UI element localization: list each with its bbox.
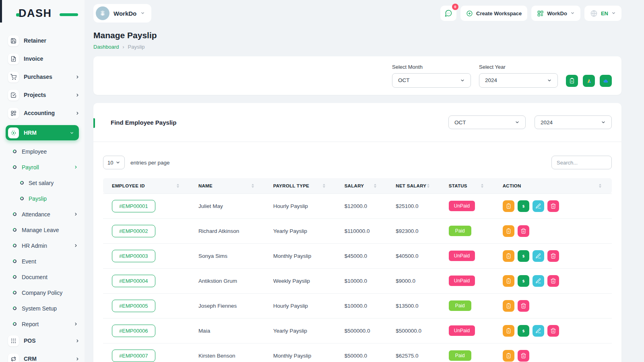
sidebar-item-attendance[interactable]: Attendance xyxy=(13,209,78,219)
sidebar-item-manage-leave[interactable]: Manage Leave xyxy=(13,225,78,235)
employee-id-badge[interactable]: #EMP00001 xyxy=(112,200,155,212)
search-input[interactable] xyxy=(551,156,612,169)
create-workspace-button[interactable]: Create Workspace xyxy=(460,6,527,21)
edit-button[interactable] xyxy=(533,275,544,287)
sort-icon[interactable] xyxy=(599,184,601,188)
sidebar-item-report[interactable]: Report xyxy=(13,319,78,329)
edit-button[interactable] xyxy=(533,200,544,212)
payslip-button[interactable]: $ xyxy=(503,300,514,312)
chevron-down-icon xyxy=(547,78,552,83)
employee-id-badge[interactable]: #EMP00006 xyxy=(112,325,155,337)
sidebar-item-set-salary[interactable]: Set salary xyxy=(20,178,78,188)
payslip-button[interactable]: $ xyxy=(503,325,514,337)
sort-icon[interactable] xyxy=(177,184,179,188)
pay-button[interactable]: $ xyxy=(518,275,529,287)
sidebar-item-employee[interactable]: Employee xyxy=(13,146,78,156)
sidebar-item-event[interactable]: Event xyxy=(13,256,78,266)
sort-icon[interactable] xyxy=(481,184,483,188)
sidebar-item-purchases[interactable]: Purchases xyxy=(8,71,80,83)
payslip-button[interactable]: $ xyxy=(503,250,514,262)
edit-button[interactable] xyxy=(533,250,544,262)
bullet-icon xyxy=(12,243,17,248)
topbar-actions: 0 Create Workspace WorkDo EN xyxy=(440,6,621,21)
column-header-employee-id[interactable]: EMPLOYEE ID xyxy=(103,178,190,193)
sidebar-item-hrm[interactable]: HRM xyxy=(6,125,79,140)
employee-id-badge[interactable]: #EMP00005 xyxy=(112,300,155,312)
column-header-status[interactable]: STATUS xyxy=(440,178,494,193)
column-header-payroll-type[interactable]: PAYROLL TYPE xyxy=(264,178,336,193)
breadcrumb-dashboard-link[interactable]: Dashboard xyxy=(93,44,119,50)
language-dropdown[interactable]: EN xyxy=(584,6,621,21)
sidebar-item-crm[interactable]: CRM xyxy=(8,353,80,362)
column-header-name[interactable]: NAME xyxy=(190,178,264,193)
sidebar-item-invoice[interactable]: Invoice xyxy=(8,53,80,65)
sidebar-item-retainer[interactable]: Retainer xyxy=(8,35,80,47)
find-month-select[interactable]: OCT xyxy=(448,115,526,129)
payslip-button[interactable]: $ xyxy=(503,225,514,237)
payslip-button[interactable]: $ xyxy=(503,350,514,362)
sort-icon[interactable] xyxy=(374,184,376,188)
column-header-salary[interactable]: SALARY xyxy=(336,178,387,193)
workdo-dropdown[interactable]: WorkDo xyxy=(531,6,580,21)
projects-icon xyxy=(8,90,19,101)
bullet-icon xyxy=(12,290,17,295)
dash-logo[interactable]: DASH xyxy=(19,7,67,25)
window-edge-strip xyxy=(0,0,2,23)
sort-icon[interactable] xyxy=(323,184,325,188)
pay-button[interactable]: $ xyxy=(518,200,529,212)
trash-icon xyxy=(550,278,556,284)
sidebar-item-payroll[interactable]: Payroll xyxy=(13,162,78,172)
sort-icon[interactable] xyxy=(427,184,429,188)
delete-button[interactable] xyxy=(547,200,559,212)
bulk-payment-button[interactable]: $ xyxy=(566,75,578,87)
pay-button[interactable]: $ xyxy=(518,325,529,337)
sidebar-item-system-setup[interactable]: System Setup xyxy=(13,303,78,313)
employee-id-badge[interactable]: #EMP00002 xyxy=(112,225,155,237)
table-header: EMPLOYEE IDNAMEPAYROLL TYPESALARYNET SAL… xyxy=(103,178,612,193)
month-select[interactable]: OCT xyxy=(392,73,471,88)
row-actions: $ xyxy=(503,225,609,237)
sidebar-item-company-policy[interactable]: Company Policy xyxy=(13,288,78,298)
employee-name: Joseph Fiennes xyxy=(190,293,264,318)
google-drive-export-button[interactable] xyxy=(583,75,595,87)
delete-button[interactable] xyxy=(518,300,529,312)
workspace-switcher[interactable]: WorkDo xyxy=(93,4,151,23)
employee-id-badge[interactable]: #EMP00003 xyxy=(112,250,155,262)
page-size-select[interactable]: 10 xyxy=(103,156,125,169)
create-workspace-label: Create Workspace xyxy=(476,10,522,16)
sort-icon[interactable] xyxy=(252,184,254,188)
sidebar-item-hr-admin[interactable]: HR Admin xyxy=(13,241,78,251)
payroll-type: Monthly Payslip xyxy=(264,243,336,268)
sidebar-item-accounting[interactable]: Accounting xyxy=(8,107,80,119)
plus-circle-icon xyxy=(466,10,473,17)
payslip-button[interactable]: $ xyxy=(503,275,514,287)
bullet-icon xyxy=(12,165,17,170)
sidebar-item-projects[interactable]: Projects xyxy=(8,89,80,101)
svg-text:$: $ xyxy=(508,305,509,307)
chevron-right-icon xyxy=(75,75,80,79)
delete-button[interactable] xyxy=(518,350,529,362)
column-header-action[interactable]: ACTION xyxy=(494,178,612,193)
employee-id-badge[interactable]: #EMP00007 xyxy=(112,350,155,362)
edit-button[interactable] xyxy=(533,325,544,337)
salary: $10000.0 xyxy=(336,268,387,293)
payslip-button[interactable]: $ xyxy=(503,200,514,212)
table-row: #EMP00003Sonya SimsMonthly Payslip$45000… xyxy=(103,243,612,268)
find-year-select[interactable]: 2024 xyxy=(535,115,612,129)
messages-button[interactable]: 0 xyxy=(440,6,456,21)
table-row: #EMP00002Richard AtkinsonYearly Payslip$… xyxy=(103,218,612,243)
delete-button[interactable] xyxy=(518,225,529,237)
sidebar-item-document[interactable]: Document xyxy=(13,272,78,282)
onedrive-export-button[interactable] xyxy=(600,75,612,87)
employee-id-badge[interactable]: #EMP00004 xyxy=(112,275,155,287)
pay-button[interactable]: $ xyxy=(518,250,529,262)
sidebar-item-payslip[interactable]: Payslip xyxy=(20,193,78,204)
delete-button[interactable] xyxy=(547,275,559,287)
delete-button[interactable] xyxy=(547,325,559,337)
year-select[interactable]: 2024 xyxy=(479,73,558,88)
delete-button[interactable] xyxy=(547,250,559,262)
find-section-title: Find Employee Payslip xyxy=(103,119,176,126)
sidebar-item-pos[interactable]: POS xyxy=(8,335,80,347)
svg-text:$: $ xyxy=(508,355,509,357)
column-header-net-salary[interactable]: NET SALARY xyxy=(387,178,440,193)
